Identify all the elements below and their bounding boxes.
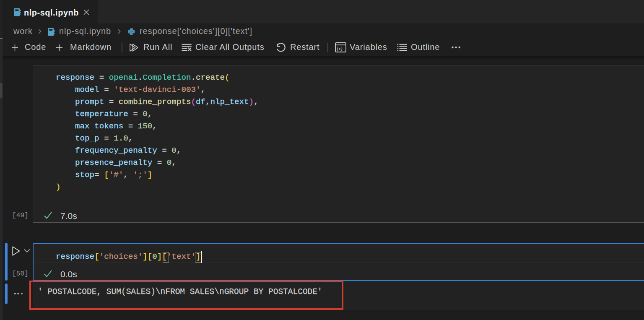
svg-text:(x): (x) [337, 46, 342, 52]
